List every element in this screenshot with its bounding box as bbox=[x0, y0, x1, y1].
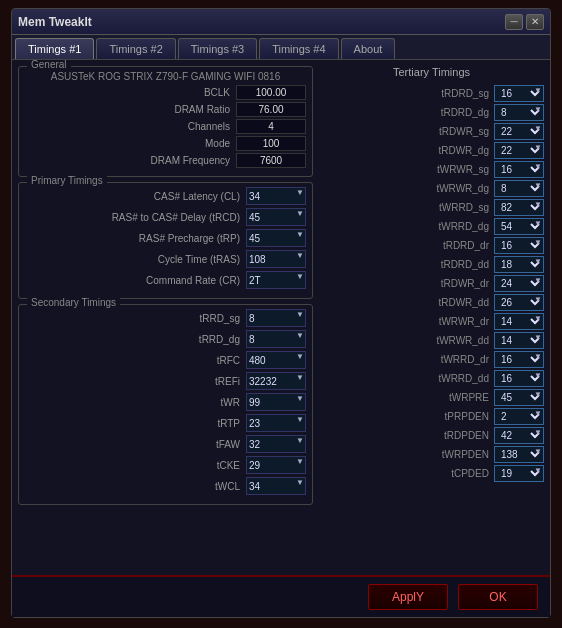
channels-row: Channels 4 bbox=[25, 119, 306, 134]
tertiary-timing-select[interactable]: 24 bbox=[494, 275, 544, 292]
tertiary-timing-select-wrap: 18 bbox=[494, 256, 544, 273]
secondary-timing-select-wrap: 34 bbox=[246, 477, 306, 495]
secondary-timing-label: tWR bbox=[25, 397, 246, 408]
secondary-timing-row: tWR 99 bbox=[25, 393, 306, 411]
primary-timing-select[interactable]: 45 bbox=[246, 208, 306, 226]
tertiary-timing-select-wrap: 138 bbox=[494, 446, 544, 463]
tertiary-timing-label: tWRWR_sg bbox=[424, 164, 494, 175]
close-button[interactable]: ✕ bbox=[526, 14, 544, 30]
tertiary-timing-select-wrap: 16 bbox=[494, 351, 544, 368]
tab-timings4[interactable]: Timings #4 bbox=[259, 38, 338, 59]
tertiary-timing-label: tRDRD_sg bbox=[424, 88, 494, 99]
dram-freq-value: 7600 bbox=[236, 153, 306, 168]
tertiary-timing-label: tRDRD_dd bbox=[424, 259, 494, 270]
secondary-timing-label: tRFC bbox=[25, 355, 246, 366]
tab-timings1[interactable]: Timings #1 bbox=[15, 38, 94, 59]
tertiary-timing-row: tWRWR_dd 14 bbox=[319, 332, 544, 349]
tertiary-timing-select[interactable]: 19 bbox=[494, 465, 544, 482]
tertiary-timing-select[interactable]: 2 bbox=[494, 408, 544, 425]
secondary-timing-select-wrap: 32 bbox=[246, 435, 306, 453]
minimize-button[interactable]: ─ bbox=[505, 14, 523, 30]
dram-freq-label: DRAM Frequency bbox=[25, 155, 236, 166]
tertiary-timing-select[interactable]: 45 bbox=[494, 389, 544, 406]
primary-timings-group: Primary Timings CAS# Latency (CL) 34 RAS… bbox=[18, 182, 313, 299]
tertiary-timing-label: tWRRD_sg bbox=[424, 202, 494, 213]
primary-timing-select[interactable]: 108 bbox=[246, 250, 306, 268]
primary-timing-select[interactable]: 45 bbox=[246, 229, 306, 247]
general-group: General ASUSTeK ROG STRIX Z790-F GAMING … bbox=[18, 66, 313, 177]
secondary-timing-select[interactable]: 8 bbox=[246, 309, 306, 327]
tertiary-timing-select[interactable]: 42 bbox=[494, 427, 544, 444]
secondary-timing-select[interactable]: 32 bbox=[246, 435, 306, 453]
tertiary-timing-select[interactable]: 16 bbox=[494, 351, 544, 368]
ok-button[interactable]: OK bbox=[458, 584, 538, 610]
secondary-timing-row: tRRD_sg 8 bbox=[25, 309, 306, 327]
primary-timing-row: Cycle Time (tRAS) 108 bbox=[25, 250, 306, 268]
tertiary-timing-select[interactable]: 54 bbox=[494, 218, 544, 235]
tertiary-timing-label: tRDRD_dg bbox=[424, 107, 494, 118]
tab-timings3[interactable]: Timings #3 bbox=[178, 38, 257, 59]
tertiary-timing-select-wrap: 16 bbox=[494, 370, 544, 387]
tertiary-timing-select[interactable]: 16 bbox=[494, 370, 544, 387]
tertiary-timing-select[interactable]: 18 bbox=[494, 256, 544, 273]
tertiary-timing-label: tPRPDEN bbox=[424, 411, 494, 422]
secondary-timing-select[interactable]: 23 bbox=[246, 414, 306, 432]
tertiary-timing-select[interactable]: 16 bbox=[494, 161, 544, 178]
primary-timing-select-wrap: 34 bbox=[246, 187, 306, 205]
tertiary-timing-row: tRDWR_dg 22 bbox=[319, 142, 544, 159]
tertiary-timing-select[interactable]: 138 bbox=[494, 446, 544, 463]
secondary-timing-select[interactable]: 8 bbox=[246, 330, 306, 348]
tertiary-timing-select[interactable]: 22 bbox=[494, 142, 544, 159]
tertiary-timing-row: tWRWR_dg 8 bbox=[319, 180, 544, 197]
primary-timing-select-wrap: 45 bbox=[246, 208, 306, 226]
secondary-timing-row: tWCL 34 bbox=[25, 477, 306, 495]
secondary-timing-select[interactable]: 99 bbox=[246, 393, 306, 411]
secondary-timing-select[interactable]: 32232 bbox=[246, 372, 306, 390]
tertiary-timing-select-wrap: 16 bbox=[494, 237, 544, 254]
tertiary-timing-select[interactable]: 14 bbox=[494, 332, 544, 349]
primary-timing-row: RAS# Precharge (tRP) 45 bbox=[25, 229, 306, 247]
tertiary-timing-select-wrap: 82 bbox=[494, 199, 544, 216]
secondary-timing-select[interactable]: 29 bbox=[246, 456, 306, 474]
secondary-timing-row: tFAW 32 bbox=[25, 435, 306, 453]
tertiary-timing-select[interactable]: 8 bbox=[494, 104, 544, 121]
secondary-timing-select-wrap: 23 bbox=[246, 414, 306, 432]
primary-timing-select-wrap: 2T bbox=[246, 271, 306, 289]
dram-ratio-row: DRAM Ratio 76.00 bbox=[25, 102, 306, 117]
mode-label: Mode bbox=[25, 138, 236, 149]
secondary-timing-select[interactable]: 34 bbox=[246, 477, 306, 495]
tertiary-timing-select[interactable]: 16 bbox=[494, 85, 544, 102]
tertiary-timing-select-wrap: 2 bbox=[494, 408, 544, 425]
secondary-timing-row: tRRD_dg 8 bbox=[25, 330, 306, 348]
tertiary-timing-row: tWRPDEN 138 bbox=[319, 446, 544, 463]
primary-timing-select[interactable]: 2T bbox=[246, 271, 306, 289]
tertiary-timing-select[interactable]: 82 bbox=[494, 199, 544, 216]
dram-freq-row: DRAM Frequency 7600 bbox=[25, 153, 306, 168]
tertiary-timing-select-wrap: 14 bbox=[494, 332, 544, 349]
secondary-timing-select[interactable]: 480 bbox=[246, 351, 306, 369]
motherboard-info: ASUSTeK ROG STRIX Z790-F GAMING WIFI 081… bbox=[25, 71, 306, 82]
tertiary-timing-row: tCPDED 19 bbox=[319, 465, 544, 482]
apply-button[interactable]: ApplY bbox=[368, 584, 448, 610]
tab-about[interactable]: About bbox=[341, 38, 396, 59]
tertiary-timing-row: tWRWR_sg 16 bbox=[319, 161, 544, 178]
tertiary-timing-select[interactable]: 8 bbox=[494, 180, 544, 197]
tertiary-timing-select-wrap: 54 bbox=[494, 218, 544, 235]
tertiary-timing-select[interactable]: 14 bbox=[494, 313, 544, 330]
tertiary-timing-select[interactable]: 26 bbox=[494, 294, 544, 311]
tertiary-timing-select[interactable]: 22 bbox=[494, 123, 544, 140]
secondary-timing-select-wrap: 99 bbox=[246, 393, 306, 411]
primary-timing-select[interactable]: 34 bbox=[246, 187, 306, 205]
tertiary-timing-select[interactable]: 16 bbox=[494, 237, 544, 254]
tertiary-timing-select-wrap: 8 bbox=[494, 104, 544, 121]
tab-timings2[interactable]: Timings #2 bbox=[96, 38, 175, 59]
mode-value: 100 bbox=[236, 136, 306, 151]
general-group-label: General bbox=[27, 60, 71, 70]
secondary-timing-label: tRRD_dg bbox=[25, 334, 246, 345]
primary-timing-label: RAS# Precharge (tRP) bbox=[25, 233, 246, 244]
tertiary-timing-select-wrap: 22 bbox=[494, 123, 544, 140]
tertiary-timing-row: tRDWR_sg 22 bbox=[319, 123, 544, 140]
tertiary-timing-select-wrap: 14 bbox=[494, 313, 544, 330]
tertiary-timing-label: tWRPDEN bbox=[424, 449, 494, 460]
secondary-timing-label: tRRD_sg bbox=[25, 313, 246, 324]
